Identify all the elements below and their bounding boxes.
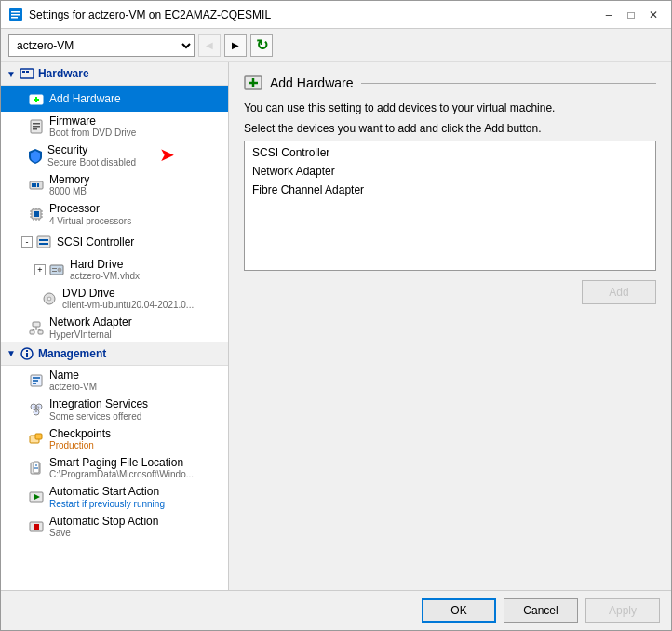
checkpoints-label: Checkpoints (49, 427, 111, 440)
svg-rect-16 (34, 183, 36, 187)
svg-rect-41 (52, 271, 57, 272)
sidebar-item-security[interactable]: Security Secure Boot disabled ➤ (1, 141, 228, 169)
auto-start-label: Automatic Start Action (49, 485, 165, 498)
name-text: Name actzero-VM (49, 369, 97, 393)
apply-button[interactable]: Apply (585, 598, 660, 623)
add-hardware-icon (29, 92, 44, 107)
security-label: Security (47, 143, 136, 156)
sidebar-item-auto-start[interactable]: Automatic Start Action Restart if previo… (1, 482, 228, 511)
ok-button[interactable]: OK (422, 598, 496, 623)
window-icon (8, 7, 23, 22)
device-list[interactable]: SCSI Controller Network Adapter Fibre Ch… (244, 141, 656, 271)
window-title: Settings for actzero-VM on EC2AMAZ-CQESM… (29, 8, 598, 21)
minimize-button[interactable]: – (598, 5, 619, 25)
smart-paging-text: Smart Paging File Location C:\ProgramDat… (49, 456, 194, 480)
window-controls: – □ ✕ (598, 5, 664, 25)
scsi-label: SCSI Controller (57, 235, 134, 248)
management-icon (20, 346, 34, 361)
memory-icon (29, 178, 44, 193)
device-item-fibre[interactable]: Fibre Channel Adapter (247, 181, 653, 199)
right-panel: Add Hardware You can use this setting to… (229, 62, 671, 590)
svg-rect-6 (26, 71, 29, 73)
red-arrow-annotation: ➤ (159, 143, 175, 166)
checkpoints-icon (29, 432, 44, 447)
svg-rect-5 (22, 71, 25, 73)
add-hardware-label: Add Hardware (49, 92, 121, 105)
sidebar-item-network-adapter[interactable]: Network Adapter HyperVInternal (1, 313, 228, 342)
sidebar-item-auto-stop[interactable]: Automatic Stop Action Save (1, 512, 228, 541)
svg-point-39 (58, 268, 61, 272)
sidebar-item-processor[interactable]: Processor 4 Virtual processors (1, 199, 228, 228)
sidebar-item-dvd-drive[interactable]: DVD Drive client-vm-ubuntu20.04-2021.0..… (1, 284, 228, 313)
sidebar-item-hard-drive[interactable]: + Hard Drive actzero-VM.vhdx (1, 255, 228, 284)
dvd-text: DVD Drive client-vm-ubuntu20.04-2021.0..… (62, 287, 194, 311)
svg-rect-73 (34, 524, 39, 530)
hardware-section-header[interactable]: ▼ Hardware (1, 62, 228, 86)
sidebar-item-smart-paging[interactable]: Smart Paging File Location C:\ProgramDat… (1, 453, 228, 482)
dvd-sub: client-vm-ubuntu20.04-2021.0... (62, 300, 194, 311)
autostop-icon (29, 519, 44, 534)
firmware-sub: Boot from DVD Drive (49, 128, 136, 139)
hardware-icon (20, 66, 34, 81)
autostart-icon (29, 490, 44, 504)
vm-selector[interactable]: actzero-VM (8, 34, 195, 57)
sidebar-item-add-hardware[interactable]: Add Hardware (1, 86, 228, 112)
panel-title: Add Hardware (270, 75, 354, 90)
sidebar-item-checkpoints[interactable]: Checkpoints Production (1, 424, 228, 453)
add-button[interactable]: Add (582, 280, 656, 304)
integration-icon (29, 402, 44, 417)
sidebar-item-name[interactable]: Name actzero-VM (1, 366, 228, 395)
panel-desc1: You can use this setting to add devices … (244, 100, 656, 116)
firmware-icon (29, 119, 44, 134)
refresh-button[interactable]: ↻ (250, 34, 273, 57)
firmware-label: Firmware (49, 114, 136, 128)
maximize-button[interactable]: □ (621, 5, 641, 25)
paging-icon (29, 461, 44, 476)
svg-rect-40 (52, 268, 57, 269)
panel-desc2: Select the devices you want to add and c… (244, 120, 656, 137)
add-btn-row: Add (244, 280, 656, 304)
smart-paging-sub: C:\ProgramData\Microsoft\Windo... (49, 469, 194, 480)
auto-start-text: Automatic Start Action Restart if previo… (49, 485, 165, 509)
svg-rect-13 (33, 128, 37, 130)
scsi-expand-btn[interactable]: - (21, 236, 33, 248)
cancel-button[interactable]: Cancel (504, 598, 578, 623)
main-content: ▼ Hardware Add Hardware (1, 62, 671, 590)
device-item-network[interactable]: Network Adapter (247, 162, 653, 181)
svg-rect-17 (37, 183, 39, 187)
management-chevron: ▼ (7, 348, 16, 358)
sidebar-item-firmware[interactable]: Firmware Boot from DVD Drive (1, 112, 228, 141)
security-sub: Secure Boot disabled (47, 157, 136, 168)
hdd-expand-btn[interactable]: + (34, 264, 46, 275)
hdd-text: Hard Drive actzero-VM.vhdx (70, 258, 140, 282)
scsi-icon (36, 235, 51, 249)
sidebar-item-scsi-controller[interactable]: - SCSI Controller (1, 229, 228, 255)
forward-button[interactable]: ▶ (224, 34, 247, 57)
svg-rect-22 (34, 211, 39, 217)
close-button[interactable]: ✕ (643, 5, 664, 25)
hardware-chevron: ▼ (7, 69, 16, 79)
integration-text: Integration Services Some services offer… (49, 397, 148, 422)
svg-rect-67 (34, 462, 39, 473)
processor-icon (29, 207, 44, 222)
network-sub: HyperVInternal (49, 329, 132, 341)
sidebar-item-integration-services[interactable]: Integration Services Some services offer… (1, 395, 228, 423)
auto-stop-label: Automatic Stop Action (49, 515, 158, 528)
security-text: Security Secure Boot disabled (47, 143, 136, 168)
memory-label: Memory (49, 173, 89, 186)
svg-rect-52 (26, 350, 28, 352)
svg-rect-53 (26, 353, 28, 357)
svg-point-44 (48, 298, 50, 300)
processor-sub: 4 Virtual processors (49, 216, 131, 227)
management-section-header[interactable]: ▼ Management (1, 342, 228, 366)
hard-drive-icon (49, 262, 64, 277)
panel-divider (361, 83, 657, 84)
sidebar-item-memory[interactable]: Memory 8000 MB (1, 170, 228, 199)
name-sub: actzero-VM (49, 382, 97, 393)
back-button[interactable]: ◀ (198, 34, 221, 57)
device-item-scsi[interactable]: SCSI Controller (247, 143, 653, 162)
hdd-label: Hard Drive (70, 258, 140, 271)
scsi-text: SCSI Controller (57, 235, 134, 248)
integration-label: Integration Services (49, 397, 148, 410)
hardware-label: Hardware (38, 67, 89, 80)
